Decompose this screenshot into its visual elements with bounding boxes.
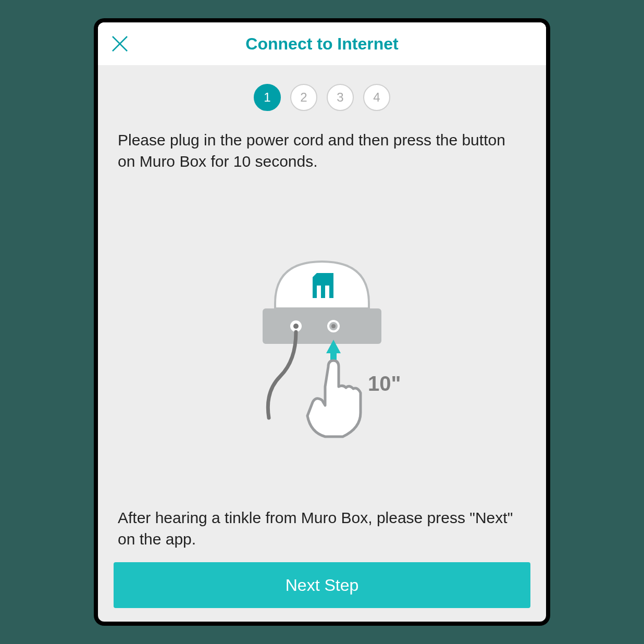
- setup-screen: Connect to Internet 1 2 3 4 Please plug …: [95, 19, 549, 625]
- svg-point-6: [331, 324, 336, 328]
- muro-logo-icon: [313, 273, 333, 298]
- step-1: 1: [254, 84, 281, 111]
- page-title: Connect to Internet: [245, 34, 398, 54]
- hand-icon: [307, 361, 361, 437]
- close-button[interactable]: [110, 34, 129, 53]
- duration-label: 10": [368, 372, 401, 395]
- title-bar: Connect to Internet: [98, 22, 546, 65]
- close-icon: [110, 34, 129, 53]
- content-area: 1 2 3 4 Please plug in the power cord an…: [98, 65, 546, 622]
- svg-point-4: [293, 324, 299, 329]
- step-indicator: 1 2 3 4: [114, 84, 530, 111]
- instruction-top: Please plug in the power cord and then p…: [114, 130, 530, 172]
- svg-rect-2: [263, 308, 381, 344]
- step-3: 3: [327, 84, 354, 111]
- step-2: 2: [290, 84, 317, 111]
- device-illustration-svg: 10": [213, 230, 431, 449]
- step-4: 4: [363, 84, 390, 111]
- instruction-bottom: After hearing a tinkle from Muro Box, pl…: [114, 507, 530, 550]
- device-illustration: 10": [114, 172, 530, 507]
- next-step-button[interactable]: Next Step: [114, 562, 530, 608]
